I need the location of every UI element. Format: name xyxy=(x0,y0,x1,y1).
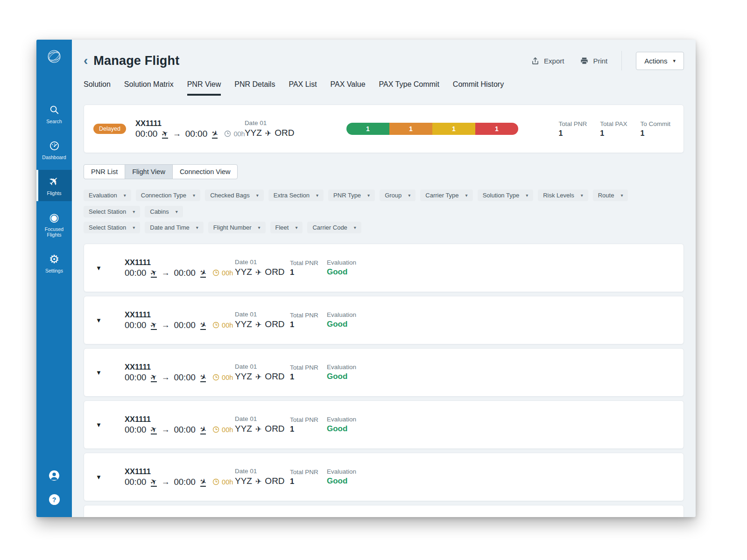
filter-route[interactable]: Route▾ xyxy=(593,189,628,201)
globe-logo-icon xyxy=(43,46,65,69)
flight-info: XX1111 00:00 ✈ → 00:00 ✈ 00h xyxy=(125,415,234,435)
destination-code: ORD xyxy=(265,319,284,329)
sidebar-item-focused-flights[interactable]: ◉ Focused Flights xyxy=(36,206,72,243)
arrow-right-icon: → xyxy=(162,320,170,330)
filter-carrier-type[interactable]: Carrier Type▾ xyxy=(420,189,472,201)
chevron-down-icon: ▾ xyxy=(295,225,297,230)
filter-row-1: Evaluation▾ Connection Type▾ Checked Bag… xyxy=(84,189,684,217)
origin-code: YYZ xyxy=(235,319,252,329)
sidebar-item-search[interactable]: Search xyxy=(36,98,72,129)
export-icon xyxy=(531,56,540,65)
arrow-right-icon: → xyxy=(162,372,170,382)
landing-icon: ✈ xyxy=(200,373,206,381)
chevron-down-icon: ▾ xyxy=(124,193,126,198)
main-content: ‹ Manage Flight Export Print xyxy=(72,40,696,517)
help-icon[interactable]: ? xyxy=(49,494,60,505)
takeoff-icon: ✈ xyxy=(150,321,157,329)
user-avatar-icon[interactable] xyxy=(49,470,60,483)
filter-extra-section[interactable]: Extra Section▾ xyxy=(268,189,324,201)
evaluation-value: Good xyxy=(327,424,356,434)
page-title: Manage Flight xyxy=(93,54,179,68)
expand-caret-icon[interactable]: ▼ xyxy=(96,474,102,481)
filter-select-station-2[interactable]: Select Station▾ xyxy=(84,222,140,233)
tab-solution[interactable]: Solution xyxy=(84,80,111,96)
departure-time: 00:00 xyxy=(125,425,146,435)
sidebar-footer: ? xyxy=(49,470,60,505)
tab-pnr-view[interactable]: PNR View xyxy=(187,80,221,96)
expand-caret-icon[interactable]: ▼ xyxy=(96,421,102,428)
chevron-down-icon: ▾ xyxy=(620,193,623,198)
chevron-down-icon: ▾ xyxy=(408,193,410,198)
header-actions: Export Print Actions ▾ xyxy=(531,51,684,70)
back-chevron-icon[interactable]: ‹ xyxy=(84,54,88,67)
filter-fleet[interactable]: Fleet▾ xyxy=(270,222,303,233)
export-button[interactable]: Export xyxy=(531,56,564,65)
duration: 00h xyxy=(222,426,233,434)
filter-carrier-code[interactable]: Carrier Code▾ xyxy=(307,222,361,233)
filter-cabins[interactable]: Cabins▾ xyxy=(145,206,183,217)
expand-caret-icon[interactable]: ▼ xyxy=(96,265,102,272)
clock-icon xyxy=(224,130,231,137)
flight-info: XX1111 00:00 ✈ → 00:00 ✈ 00h xyxy=(125,258,234,278)
plane-icon: ✈ xyxy=(255,320,261,329)
takeoff-icon: ✈ xyxy=(150,373,157,381)
route-info: Date 01 YYZ ✈ ORD xyxy=(235,311,290,329)
filter-risk-levels[interactable]: Risk Levels▾ xyxy=(538,189,588,201)
sidebar-item-label: Settings xyxy=(45,268,63,273)
filter-solution-type[interactable]: Solution Type▾ xyxy=(478,189,534,201)
evaluation-value: Good xyxy=(327,372,356,381)
actions-button[interactable]: Actions ▾ xyxy=(636,52,684,70)
sidebar-item-settings[interactable]: ⚙ Settings xyxy=(36,247,72,279)
plane-icon: ✈ xyxy=(255,372,261,381)
tab-pax-value[interactable]: PAX Value xyxy=(331,80,366,96)
route-info: Date 01 YYZ ✈ ORD xyxy=(235,468,290,486)
chevron-down-icon: ▾ xyxy=(316,193,318,198)
sidebar-item-dashboard[interactable]: Dashboard xyxy=(36,134,72,165)
origin-code: YYZ xyxy=(235,424,252,434)
tab-pax-list[interactable]: PAX List xyxy=(289,80,317,96)
tab-pax-type-commit[interactable]: PAX Type Commit xyxy=(379,80,439,96)
sidebar-item-flights[interactable]: ✈ Flights xyxy=(36,170,72,201)
arrow-right-icon: → xyxy=(173,129,181,139)
filter-checked-bags[interactable]: Checked Bags▾ xyxy=(205,189,264,201)
filter-select-station[interactable]: Select Station▾ xyxy=(84,206,140,217)
flight-info: XX1111 00:00 ✈ → 00:00 ✈ 00h xyxy=(125,467,234,487)
chevron-down-icon: ▾ xyxy=(258,225,260,230)
filter-group[interactable]: Group▾ xyxy=(380,189,416,201)
flight-summary-card: Delayed XX1111 00:00 ✈ → 00:00 ✈ 00h xyxy=(84,105,684,153)
flight-card: ▼ XX1111 00:00 ✈ → 00:00 ✈ 00h xyxy=(84,296,684,344)
expand-caret-icon[interactable]: ▼ xyxy=(96,317,102,324)
date-label: Date 01 xyxy=(235,468,290,475)
tab-solution-matrix[interactable]: Solution Matrix xyxy=(124,80,174,96)
filter-pnr-type[interactable]: PNR Type▾ xyxy=(328,189,375,201)
filter-evaluation[interactable]: Evaluation▾ xyxy=(84,189,131,201)
flight-number: XX1111 xyxy=(125,415,234,424)
segment-orange: 1 xyxy=(389,123,432,135)
filter-flight-number[interactable]: Flight Number▾ xyxy=(208,222,266,233)
takeoff-icon: ✈ xyxy=(162,130,168,138)
tab-commit-history[interactable]: Commit History xyxy=(453,80,504,96)
expand-caret-icon[interactable]: ▼ xyxy=(96,369,102,376)
toggle-pnr-list[interactable]: PNR List xyxy=(84,165,125,179)
print-button[interactable]: Print xyxy=(580,56,607,65)
route-info: Date 01 YYZ ✈ ORD xyxy=(245,119,300,138)
evaluation-value: Good xyxy=(327,476,356,486)
filter-connection-type[interactable]: Connection Type▾ xyxy=(136,189,200,201)
summary-stats: Total PNR 1 Total PAX 1 To Commit 1 xyxy=(558,120,672,138)
filter-date-and-time[interactable]: Date and Time▾ xyxy=(145,222,204,233)
chevron-down-icon: ▾ xyxy=(354,225,356,230)
toggle-flight-view[interactable]: Flight View xyxy=(125,165,172,179)
evaluation: Evaluation Good xyxy=(327,364,356,381)
gear-icon: ⚙ xyxy=(49,253,59,265)
segment-yellow: 1 xyxy=(432,123,475,135)
risk-segment-bar: 1 1 1 1 xyxy=(346,123,518,135)
duration: 00h xyxy=(222,322,233,329)
chevron-down-icon: ▾ xyxy=(193,193,195,198)
tab-pnr-details[interactable]: PNR Details xyxy=(234,80,275,96)
flight-card-list: ▼ XX1111 00:00 ✈ → 00:00 ✈ 00h xyxy=(84,244,684,517)
arrival-time: 00:00 xyxy=(174,372,196,383)
flight-card: ▼ XX1111 00:00 ✈ → 00:00 ✈ 00h xyxy=(84,400,684,449)
landing-icon: ✈ xyxy=(200,269,206,277)
destination-code: ORD xyxy=(265,424,284,434)
toggle-connection-view[interactable]: Connection View xyxy=(172,165,238,179)
